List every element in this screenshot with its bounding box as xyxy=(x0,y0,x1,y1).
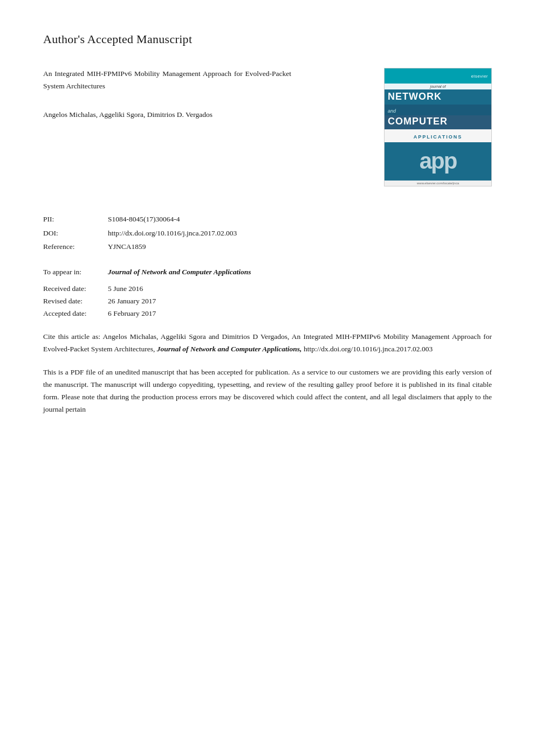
doi-row: DOI: http://dx.doi.org/10.1016/j.jnca.20… xyxy=(43,227,492,239)
cover-applications-text: APPLICATIONS xyxy=(414,134,462,140)
article-title-block: An Integrated MIH-FPMIPv6 Mobility Manag… xyxy=(43,68,302,121)
revised-date-row: Revised date: 26 January 2017 xyxy=(43,295,492,308)
cite-section: Cite this article as: Angelos Michalas, … xyxy=(43,331,492,356)
accepted-date-row: Accepted date: 6 February 2017 xyxy=(43,308,492,320)
pdf-notice-section: This is a PDF file of an unedited manusc… xyxy=(43,366,492,416)
authors: Angelos Michalas, Aggeliki Sgora, Dimitr… xyxy=(43,109,291,121)
cite-doi: http://dx.doi.org/10.1016/j.jnca.2017.02… xyxy=(304,345,433,353)
cover-app-logo: app xyxy=(420,148,457,174)
cover-computer-text: COMPUTER xyxy=(388,116,488,127)
reference-value: YJNCA1859 xyxy=(108,241,492,253)
cite-journal: Journal of Network and Computer Applicat… xyxy=(157,345,302,353)
appear-in-label: To appear in: xyxy=(43,266,108,278)
revised-date-label: Revised date: xyxy=(43,295,108,308)
received-date-label: Received date: xyxy=(43,283,108,295)
received-date-value: 5 June 2016 xyxy=(108,283,143,295)
cover-network-text: NETWORK xyxy=(388,92,488,102)
pdf-notice-text: This is a PDF file of an unedited manusc… xyxy=(43,366,492,416)
appear-in-value: Journal of Network and Computer Applicat… xyxy=(108,266,251,278)
appear-in-row: To appear in: Journal of Network and Com… xyxy=(43,266,492,278)
pii-label: PII: xyxy=(43,213,108,225)
received-date-row: Received date: 5 June 2016 xyxy=(43,283,492,295)
doi-label: DOI: xyxy=(43,227,108,239)
header-section: An Integrated MIH-FPMIPv6 Mobility Manag… xyxy=(43,68,492,186)
dates-section: Received date: 5 June 2016 Revised date:… xyxy=(43,283,492,320)
metadata-section: PII: S1084-8045(17)30064-4 DOI: http://d… xyxy=(43,213,492,253)
accepted-date-label: Accepted date: xyxy=(43,308,108,320)
page-container: Author's Accepted Manuscript An Integrat… xyxy=(0,0,535,756)
cover-url: www.elsevier.com/locate/jnca xyxy=(385,181,491,186)
journal-cover: elsevier journal of NETWORK and COMPUTER… xyxy=(384,68,492,186)
pii-row: PII: S1084-8045(17)30064-4 xyxy=(43,213,492,225)
accepted-date-value: 6 February 2017 xyxy=(108,308,156,320)
reference-label: Reference: xyxy=(43,241,108,253)
cover-logo-section: app xyxy=(385,142,491,181)
doi-value: http://dx.doi.org/10.1016/j.jnca.2017.02… xyxy=(108,227,492,239)
pii-value: S1084-8045(17)30064-4 xyxy=(108,213,492,225)
cover-network-section: NETWORK xyxy=(385,89,491,105)
cover-brand: elsevier xyxy=(471,74,488,79)
reference-row: Reference: YJNCA1859 xyxy=(43,241,492,253)
cite-text: Cite this article as: Angelos Michalas, … xyxy=(43,331,492,356)
cover-computer-section: COMPUTER xyxy=(385,115,491,129)
cover-journal-label: journal of xyxy=(385,84,491,89)
revised-date-value: 26 January 2017 xyxy=(108,295,156,308)
page-title: Author's Accepted Manuscript xyxy=(43,32,492,46)
cover-applications-section: APPLICATIONS xyxy=(385,129,491,142)
cover-top-bar: elsevier xyxy=(385,68,491,84)
cover-and-text: and xyxy=(388,108,396,114)
article-title: An Integrated MIH-FPMIPv6 Mobility Manag… xyxy=(43,68,291,93)
